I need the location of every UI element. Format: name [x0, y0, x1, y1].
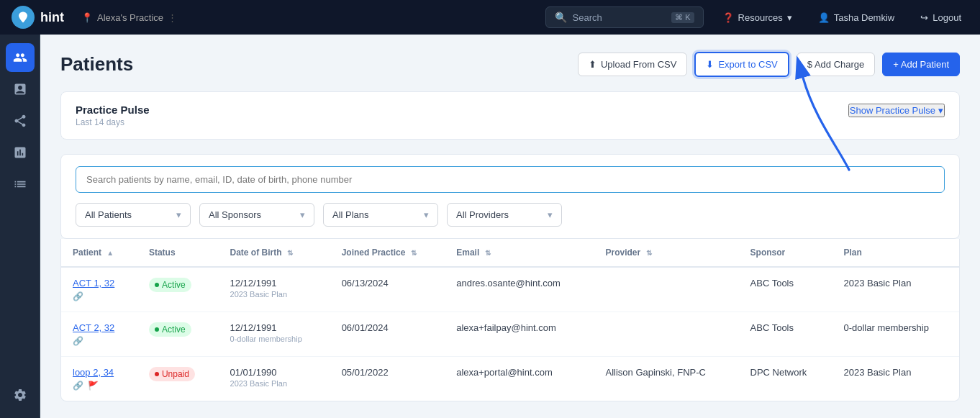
search-kbd: ⌘ K	[671, 12, 694, 23]
sidebar-item-billing[interactable]	[6, 75, 35, 104]
dob-cell: 12/12/1991 2023 Basic Plan	[219, 267, 330, 312]
status-dot	[155, 327, 159, 332]
sort-icon: ⇅	[646, 249, 652, 257]
sidebar-item-settings[interactable]	[6, 381, 35, 409]
col-status: Status	[137, 239, 219, 267]
share-icon[interactable]: 🔗	[73, 381, 83, 391]
header-actions: ⬆ Upload From CSV ⬇ Export to CSV $ Add …	[578, 52, 960, 77]
share-icon[interactable]: 🔗	[73, 336, 83, 346]
upload-icon: ⬆	[589, 59, 596, 70]
col-dob[interactable]: Date of Birth ⇅	[219, 239, 330, 267]
all-patients-filter[interactable]: All Patients ▾	[76, 203, 191, 227]
chevron-down-icon: ▾	[176, 209, 181, 220]
joined-cell: 06/13/2024	[330, 267, 445, 312]
col-joined[interactable]: Joined Practice ⇅	[330, 239, 445, 267]
sidebar-item-percent[interactable]	[6, 138, 35, 167]
dob-cell: 01/01/1990 2023 Basic Plan	[219, 357, 330, 401]
page-title: Patients	[60, 53, 133, 76]
dob-plan: 2023 Basic Plan	[230, 379, 319, 388]
status-cell: Unpaid	[137, 357, 219, 401]
patient-name-link[interactable]: ACT 2, 32	[73, 322, 126, 333]
plan-cell: 0-dollar membership	[832, 312, 959, 357]
col-plan: Plan	[832, 239, 959, 267]
status-cell: Active	[137, 312, 219, 357]
patients-table: Patient ▲ Status Date of Birth ⇅ Joined …	[61, 239, 959, 401]
table-header-row: Patient ▲ Status Date of Birth ⇅ Joined …	[61, 239, 959, 267]
patient-name-link[interactable]: ACT 1, 32	[73, 278, 126, 288]
add-charge-button[interactable]: $ Add Charge	[797, 53, 876, 76]
all-sponsors-filter[interactable]: All Sponsors ▾	[199, 203, 314, 227]
share-icon[interactable]: 🔗	[73, 291, 83, 301]
sidebar-item-analytics[interactable]	[6, 170, 35, 199]
dob-value: 12/12/1991	[230, 322, 319, 333]
logout-label: Logout	[933, 12, 961, 23]
status-badge: Unpaid	[149, 367, 195, 381]
patient-icons: 🔗	[73, 336, 126, 346]
user-menu-button[interactable]: 👤 Tasha Demkiw	[811, 8, 902, 27]
chevron-down-icon: ▾	[300, 209, 305, 220]
pulse-title: Practice Pulse	[76, 104, 150, 116]
patients-table-container: Patient ▲ Status Date of Birth ⇅ Joined …	[60, 239, 960, 401]
logout-button[interactable]: ↪ Logout	[913, 8, 968, 27]
all-providers-label: All Providers	[456, 209, 509, 220]
col-sponsor: Sponsor	[739, 239, 832, 267]
logo: hint	[12, 6, 64, 29]
search-label: Search	[573, 12, 666, 23]
resources-icon: ❓	[722, 12, 734, 23]
col-email[interactable]: Email ⇅	[445, 239, 594, 267]
status-cell: Active	[137, 267, 219, 312]
resources-label: Resources	[738, 12, 783, 23]
col-provider[interactable]: Provider ⇅	[594, 239, 738, 267]
pulse-subtitle: Last 14 days	[76, 117, 150, 127]
dob-value: 12/12/1991	[230, 278, 319, 288]
joined-cell: 05/01/2022	[330, 357, 445, 401]
export-csv-label: Export to CSV	[718, 59, 777, 70]
practice-info[interactable]: 📍 Alexa's Practice ⋮	[81, 12, 177, 23]
filter-section: All Patients ▾ All Sponsors ▾ All Plans …	[60, 154, 960, 239]
status-badge: Active	[149, 322, 191, 337]
global-search[interactable]: 🔍 Search ⌘ K	[545, 6, 704, 28]
flag-icon[interactable]: 🚩	[88, 381, 99, 391]
status-dot	[155, 283, 159, 287]
location-icon: 📍	[81, 12, 93, 23]
export-csv-button[interactable]: ⬇ Export to CSV	[694, 52, 789, 77]
user-name: Tasha Demkiw	[834, 12, 895, 23]
upload-csv-button[interactable]: ⬆ Upload From CSV	[578, 53, 687, 76]
page-header: Patients ⬆ Upload From CSV ⬇ Export to C…	[60, 52, 960, 77]
filter-row: All Patients ▾ All Sponsors ▾ All Plans …	[76, 203, 945, 227]
table-row: ACT 2, 32 🔗 Active 12/12/1991 0-dollar m…	[61, 312, 959, 357]
patient-name-link[interactable]: loop 2, 34	[73, 367, 126, 378]
sponsor-cell: ABC Tools	[739, 267, 832, 312]
upload-csv-label: Upload From CSV	[601, 59, 676, 70]
table-row: loop 2, 34 🔗 🚩 Unpaid 01/01/1990 2023 Ba…	[61, 357, 959, 401]
logout-icon: ↪	[920, 12, 928, 23]
chevron-down-icon: ▾	[787, 12, 792, 23]
patient-cell: ACT 1, 32 🔗	[61, 267, 137, 312]
dob-cell: 12/12/1991 0-dollar membership	[219, 312, 330, 357]
email-cell: alexa+portal@hint.com	[445, 357, 594, 401]
email-cell: alexa+failpay@hint.com	[445, 312, 594, 357]
more-icon: ⋮	[168, 12, 177, 23]
all-plans-filter[interactable]: All Plans ▾	[323, 203, 438, 227]
show-practice-pulse-button[interactable]: Show Practice Pulse ▾	[848, 104, 945, 117]
show-pulse-label: Show Practice Pulse	[850, 105, 935, 116]
app-layout: Patients ⬆ Upload From CSV ⬇ Export to C…	[0, 35, 980, 418]
add-patient-button[interactable]: + Add Patient	[882, 53, 960, 76]
sort-icon: ⇅	[485, 249, 491, 257]
sidebar	[0, 35, 40, 418]
add-charge-label: $ Add Charge	[807, 59, 865, 70]
resources-button[interactable]: ❓ Resources ▾	[715, 8, 799, 27]
all-providers-filter[interactable]: All Providers ▾	[447, 203, 562, 227]
patient-search-input[interactable]	[76, 166, 945, 193]
all-patients-label: All Patients	[85, 209, 132, 220]
col-patient[interactable]: Patient ▲	[61, 239, 137, 267]
provider-cell	[594, 312, 738, 357]
chevron-down-icon: ▾	[548, 209, 553, 220]
provider-cell: Allison Gapinski, FNP-C	[594, 357, 738, 401]
table-row: ACT 1, 32 🔗 Active 12/12/1991 2023 Basic…	[61, 267, 959, 312]
practice-pulse-card: Practice Pulse Last 14 days Show Practic…	[60, 91, 960, 140]
sidebar-item-share[interactable]	[6, 106, 35, 135]
sidebar-item-patients[interactable]	[6, 43, 35, 72]
dob-plan: 2023 Basic Plan	[230, 290, 319, 299]
sort-icon: ⇅	[287, 249, 293, 257]
